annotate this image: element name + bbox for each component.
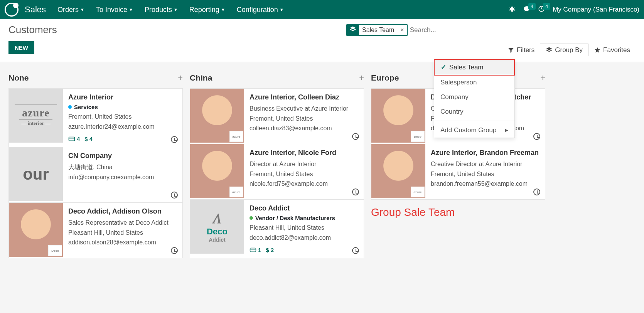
customer-card[interactable]: azureAzure Interior, Colleen DiazBusines…	[190, 88, 364, 144]
page-title: Customers	[8, 24, 57, 36]
customer-card[interactable]: 𝛬DecoAddictDeco AddictVendor / Desk Manu…	[190, 199, 364, 258]
nav-reporting[interactable]: Reporting▼	[189, 6, 225, 14]
chip-remove[interactable]: ×	[397, 25, 407, 35]
filters-button[interactable]: Filters	[502, 44, 540, 56]
card-name: Azure Interior, Colleen Diaz	[250, 93, 358, 101]
customer-card[interactable]: azureAzure Interior, Nicole FordDirector…	[190, 144, 364, 200]
card-role: Director at Azure Interior	[250, 159, 358, 169]
activity-clock-icon[interactable]	[352, 188, 359, 195]
card-name: Azure Interior	[68, 93, 177, 101]
search-bar[interactable]: Sales Team ×	[346, 24, 636, 38]
column-title: None	[8, 73, 29, 82]
kanban-board: None +azure— interior —Azure InteriorSer…	[0, 62, 644, 266]
card-avatar: azure	[371, 144, 425, 198]
search-chip: Sales Team ×	[346, 24, 408, 36]
card-location: 大塘街道, China	[68, 162, 177, 172]
app-brand[interactable]: Sales	[25, 5, 46, 15]
new-button[interactable]: NEW	[8, 41, 34, 54]
svg-rect-3	[250, 248, 256, 252]
dropdown-divider	[434, 121, 514, 121]
groupby-custom[interactable]: Add Custom Group ▸	[434, 123, 514, 138]
card-name: Deco Addict, Addison Olson	[68, 207, 177, 215]
group-by-dropdown: Sales Team Salesperson Company Country A…	[434, 59, 515, 138]
groupby-country[interactable]: Country	[434, 104, 514, 119]
view-header: Customers NEW Sales Team × Filters	[0, 19, 644, 62]
card-role: Business Executive at Azure Interior	[250, 104, 358, 114]
messages-badge: 4	[528, 3, 536, 10]
credit-card-icon: 1	[250, 246, 261, 253]
amount-badge: $ 4	[84, 136, 93, 142]
activity-clock-icon[interactable]	[171, 192, 178, 199]
card-location: Fremont, United States	[431, 169, 539, 179]
company-mini-logo: Deco	[411, 131, 425, 142]
activity-clock-icon[interactable]	[533, 188, 540, 195]
column-add-icon[interactable]: +	[178, 73, 183, 83]
search-toolbar: Filters Group By Favorites	[502, 44, 636, 56]
column-title: Europe	[371, 73, 399, 82]
chevron-right-icon: ▸	[505, 126, 508, 134]
nav-products[interactable]: Products▼	[145, 6, 178, 14]
group-by-button[interactable]: Group By	[540, 44, 588, 56]
card-tag: Vendor / Desk Manufacturers	[250, 215, 358, 221]
groupby-salesperson[interactable]: Salesperson	[434, 75, 514, 90]
card-email: brandon.freeman55@example.com	[431, 179, 539, 189]
card-email: deco.addict82@example.com	[250, 233, 358, 243]
company-mini-logo: azure	[229, 187, 243, 197]
favorites-button[interactable]: Favorites	[588, 44, 636, 56]
customer-card[interactable]: azure— interior —Azure InteriorServicesF…	[8, 88, 183, 147]
activities-icon[interactable]: 4	[538, 5, 545, 14]
card-name: Deco Addict	[250, 204, 358, 212]
card-avatar: Deco	[371, 89, 425, 143]
amount-badge: $ 2	[266, 247, 274, 253]
card-name: Azure Interior, Brandon Freeman	[431, 149, 539, 157]
customer-card[interactable]: ourCN Company大塘街道, Chinainfo@company.cne…	[8, 147, 183, 203]
nav-orders[interactable]: Orders▼	[57, 6, 84, 14]
nav-to-invoice[interactable]: To Invoice▼	[96, 6, 133, 14]
card-location: Fremont, United States	[68, 112, 177, 122]
column-add-icon[interactable]: +	[540, 73, 545, 83]
company-mini-logo: azure	[229, 131, 243, 142]
card-email: info@company.cnexample.com	[68, 172, 177, 182]
card-location: Pleasant Hill, United States	[68, 228, 177, 238]
card-avatar: azure	[190, 89, 244, 143]
activities-badge: 4	[543, 3, 550, 10]
kanban-column: None +azure— interior —Azure InteriorSer…	[8, 70, 183, 258]
card-location: Fremont, United States	[250, 169, 358, 179]
kanban-column: China +azureAzure Interior, Colleen Diaz…	[190, 70, 364, 258]
card-email: colleen.diaz83@example.com	[250, 123, 358, 133]
search-input[interactable]	[410, 26, 636, 34]
card-avatar: Deco	[9, 203, 63, 257]
customer-card[interactable]: azureAzure Interior, Brandon FreemanCrea…	[371, 144, 545, 200]
annotation-text: Group Sale Team	[371, 206, 545, 219]
activity-clock-icon[interactable]	[171, 247, 178, 254]
app-logo[interactable]	[5, 3, 19, 17]
company-selector[interactable]: My Company (San Francisco)	[553, 6, 639, 13]
groupby-company[interactable]: Company	[434, 90, 514, 104]
card-location: Pleasant Hill, United States	[250, 223, 358, 233]
layers-icon	[347, 24, 359, 36]
card-name: CN Company	[68, 152, 177, 160]
nav-configuration[interactable]: Configuration▼	[237, 6, 284, 14]
card-avatar: our	[9, 147, 63, 201]
credit-card-icon: 4	[68, 135, 80, 142]
card-tag: Services	[68, 104, 177, 110]
bug-icon[interactable]	[509, 5, 516, 14]
card-email: addison.olson28@example.com	[68, 237, 177, 247]
card-location: Fremont, United States	[250, 114, 358, 124]
activity-clock-icon[interactable]	[533, 133, 540, 140]
card-role: Creative Director at Azure Interior	[431, 159, 539, 169]
company-mini-logo: azure	[411, 187, 425, 197]
groupby-sales-team[interactable]: Sales Team	[434, 59, 515, 76]
messages-icon[interactable]: 4	[523, 5, 530, 14]
column-add-icon[interactable]: +	[359, 73, 364, 83]
svg-rect-1	[69, 137, 75, 141]
column-title: China	[190, 73, 212, 82]
top-nav: Sales Orders▼To Invoice▼Products▼Reporti…	[0, 0, 644, 19]
card-name: Azure Interior, Nicole Ford	[250, 149, 358, 157]
card-avatar: azure— interior —	[9, 89, 63, 143]
activity-clock-icon[interactable]	[352, 133, 359, 140]
company-mini-logo: Deco	[48, 245, 62, 256]
chip-label: Sales Team	[359, 25, 397, 35]
card-email: nicole.ford75@example.com	[250, 179, 358, 189]
customer-card[interactable]: DecoDeco Addict, Addison OlsonSales Repr…	[8, 202, 183, 258]
